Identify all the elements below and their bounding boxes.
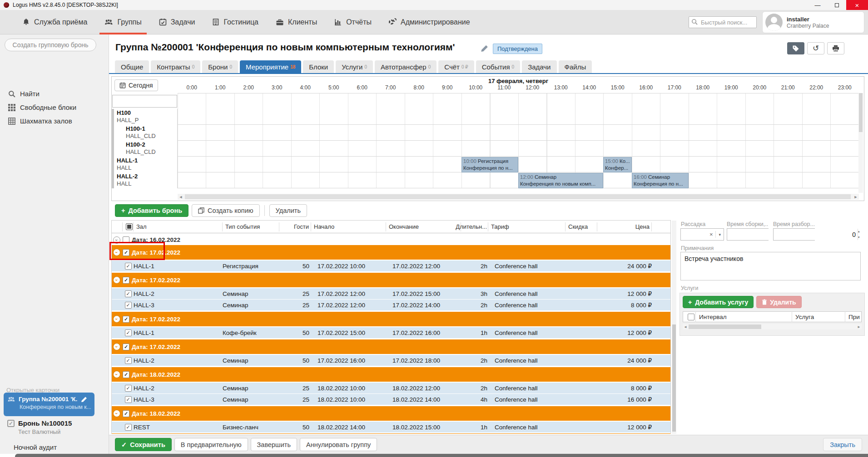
- table-row[interactable]: ✓ HALL-3Семинар2517.02.2022 12:0017.02.2…: [112, 300, 670, 310]
- finish-button[interactable]: Завершить: [251, 438, 297, 451]
- sidebar-item-night-audit[interactable]: Ночной аудит: [14, 443, 57, 451]
- search-input[interactable]: [689, 16, 757, 28]
- event-block-registration[interactable]: 10:00 Регистрация Конференция по н...: [461, 157, 518, 172]
- collapse-icon[interactable]: ›: [113, 276, 120, 284]
- row-checkbox[interactable]: ✓: [125, 302, 132, 309]
- table-row[interactable]: ✓ HALL-1Кофе-брейк5017.02.2022 15:0017.0…: [112, 327, 670, 338]
- table-vertical-scrollbar[interactable]: [672, 221, 676, 434]
- tab-events[interactable]: Мероприятие18: [240, 60, 301, 73]
- column-header-service[interactable]: Услуга: [792, 311, 845, 322]
- column-header-hall[interactable]: Зал: [134, 222, 223, 231]
- date-group-row[interactable]: › ✓ Дата: 18.02.2022: [112, 367, 670, 382]
- scroll-right-icon[interactable]: ►: [853, 194, 859, 200]
- event-block-seminar-2[interactable]: 16:00 Семинар Конференция по н...: [632, 173, 689, 188]
- teardown-time-input[interactable]: [774, 229, 858, 240]
- group-checkbox[interactable]: ✓: [123, 249, 129, 256]
- spin-up-icon[interactable]: ▴: [858, 229, 860, 235]
- timeline-row-h100-2[interactable]: H100-2HALL_CLD: [112, 141, 859, 157]
- tab-blocks[interactable]: Блоки: [303, 60, 334, 73]
- minimize-button[interactable]: —: [808, 0, 827, 10]
- row-checkbox[interactable]: ✓: [125, 424, 132, 431]
- nav-item-hotel[interactable]: Гостиница: [203, 10, 267, 34]
- event-block-seminar-1[interactable]: 12:00 Семинар Конференция по новым комп.…: [518, 173, 603, 188]
- add-booking-button[interactable]: +Добавить бронь: [115, 204, 188, 217]
- scroll-left-icon[interactable]: ◄: [178, 194, 184, 200]
- collapse-icon[interactable]: ›: [113, 249, 120, 256]
- save-button[interactable]: ✓Сохранить: [115, 438, 172, 451]
- column-header-interval[interactable]: Интервал: [696, 311, 792, 322]
- timeline-horizontal-scrollbar[interactable]: ◄ ►: [178, 194, 859, 200]
- column-header-end[interactable]: Окончание: [386, 222, 461, 231]
- column-header-duration[interactable]: Длительн...: [461, 222, 488, 231]
- tab-services[interactable]: Услуги0: [336, 60, 373, 73]
- add-service-button[interactable]: +Добавить услугу: [683, 296, 754, 308]
- column-header-note[interactable]: При: [845, 311, 861, 322]
- tab-invoice[interactable]: Счёт0 ₽: [438, 60, 474, 73]
- timeline-row-h100-1[interactable]: H100-1HALL_CLD: [112, 125, 859, 141]
- tab-files[interactable]: Файлы: [559, 60, 592, 73]
- services-select-all-checkbox[interactable]: [688, 314, 694, 320]
- today-button[interactable]: Сегодня: [114, 79, 158, 91]
- event-block-coffee[interactable]: 15:00 Ко... Конфер...: [603, 157, 632, 172]
- table-row[interactable]: ✓ HALL-1Регистрация5017.02.2022 10:0017.…: [112, 260, 670, 271]
- timeline-vertical-scrollbar[interactable]: [858, 93, 863, 193]
- print-button[interactable]: [827, 42, 844, 54]
- group-checkbox[interactable]: [123, 236, 129, 243]
- close-card-button[interactable]: Закрыть: [823, 438, 862, 451]
- group-checkbox[interactable]: ✓: [123, 344, 129, 350]
- tab-contracts[interactable]: Контракты0: [151, 60, 200, 73]
- sidebar-item-hall-chart[interactable]: Шахматка залов: [8, 117, 72, 125]
- column-header-guests[interactable]: Гости: [279, 222, 311, 231]
- cancel-group-button[interactable]: Аннулировать группу: [300, 438, 377, 451]
- row-checkbox[interactable]: ✓: [125, 263, 132, 270]
- sidebar-item-find[interactable]: Найти: [8, 90, 40, 98]
- collapse-icon[interactable]: ›: [113, 236, 120, 244]
- history-button[interactable]: ↺: [807, 42, 824, 54]
- tab-general[interactable]: Общие: [115, 60, 149, 73]
- pencil-icon[interactable]: [81, 396, 87, 403]
- clear-icon[interactable]: ×: [707, 231, 716, 238]
- group-checkbox[interactable]: ✓: [123, 410, 129, 417]
- table-row[interactable]: ✓ RESTБизнес-ланч5018.02.2022 14:0018.02…: [112, 422, 670, 432]
- copy-button[interactable]: Создать копию: [192, 204, 260, 217]
- services-horizontal-scrollbar[interactable]: ◄ ►: [683, 324, 862, 329]
- open-card-group[interactable]: Группа №200001 'К... Конференция по новы…: [4, 393, 94, 416]
- timeline-row-hall-2[interactable]: HALL-2HALL: [112, 172, 859, 188]
- user-menu[interactable]: installer Cranberry Palace: [762, 11, 864, 33]
- create-group-booking-button[interactable]: Создать групповую бронь: [5, 39, 96, 51]
- tab-autotransfer[interactable]: Автотрансфер0: [375, 60, 436, 73]
- tab-bookings[interactable]: Брони0: [202, 60, 238, 73]
- edit-title-pencil-icon[interactable]: [481, 44, 488, 54]
- date-group-row[interactable]: › ✓ Дата: 18.02.2022: [112, 406, 670, 421]
- tab-history-events[interactable]: События0: [476, 60, 520, 73]
- date-group-row[interactable]: › Дата: 16.02.2022: [112, 236, 670, 244]
- table-row[interactable]: ✓ HALL-3Семинар2518.02.2022 10:0018.02.2…: [112, 394, 670, 405]
- column-header-event-type[interactable]: Тип события: [223, 222, 279, 231]
- column-header-price[interactable]: Цена: [597, 222, 652, 231]
- nav-item-front-desk[interactable]: Служба приёма: [14, 10, 96, 34]
- collapse-icon[interactable]: ›: [113, 410, 120, 417]
- nav-item-tasks[interactable]: Задачи: [150, 10, 204, 34]
- date-group-row[interactable]: › ✓ Дата: 17.02.2022: [112, 312, 670, 326]
- date-group-row[interactable]: › ✓ Дата: 17.02.2022: [112, 273, 670, 287]
- select-all-checkbox[interactable]: [126, 223, 133, 230]
- chevron-down-icon[interactable]: ▾: [716, 232, 724, 237]
- close-button[interactable]: ×: [846, 0, 868, 10]
- row-checkbox[interactable]: ✓: [125, 329, 132, 336]
- row-checkbox[interactable]: ✓: [125, 290, 132, 297]
- row-checkbox[interactable]: ✓: [125, 396, 132, 403]
- nav-item-clients[interactable]: Клиенты: [267, 10, 326, 34]
- table-row[interactable]: ✓ HALL-2Семинар2517.02.2022 12:0017.02.2…: [112, 288, 670, 299]
- seating-select[interactable]: × ▾: [680, 228, 724, 241]
- nav-item-administration[interactable]: Администрирование: [380, 10, 479, 34]
- teardown-time-stepper[interactable]: ▴▾: [773, 228, 815, 241]
- maximize-button[interactable]: [827, 0, 846, 10]
- setup-time-stepper[interactable]: ▴▾: [727, 228, 769, 241]
- group-checkbox[interactable]: ✓: [123, 371, 129, 378]
- nav-item-reports[interactable]: Отчёты: [326, 10, 380, 34]
- scroll-left-icon[interactable]: ◄: [683, 324, 688, 329]
- to-preliminary-button[interactable]: В предварительную: [174, 438, 248, 451]
- table-row[interactable]: ✓ HALL-2Семинар5017.02.2022 16:0017.02.2…: [112, 355, 670, 366]
- group-checkbox[interactable]: ✓: [123, 277, 129, 284]
- date-group-row-highlighted[interactable]: › ✓ Дата: 17.02.2022: [112, 245, 670, 260]
